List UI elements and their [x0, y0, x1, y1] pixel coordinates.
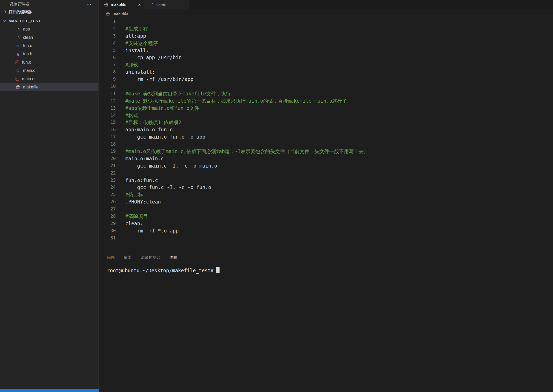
code-line[interactable]: 19#main.o又依赖于main.c,依赖下面必须tab建，-I表示要包含的头… — [99, 148, 553, 155]
line-number: 7 — [99, 61, 116, 69]
code-line[interactable]: 10 — [99, 83, 553, 90]
code-text — [116, 83, 125, 90]
bottom-panel: 问题输出调试控制台终端 root@ubuntu:~/Desktop/makefi… — [99, 250, 553, 389]
line-number: 28 — [99, 213, 116, 220]
code-text: #卸载 — [116, 61, 138, 69]
code-line[interactable]: 17 gcc main.o fun.o -o app — [99, 133, 553, 141]
file-tree: appcleanCfun.chfun.h01fun.oCmain.c01main… — [0, 25, 98, 91]
tab-label: clean — [156, 2, 166, 7]
file-row-app[interactable]: app — [0, 25, 98, 33]
code-line[interactable]: 2#生成所有 — [99, 25, 553, 33]
line-number: 16 — [99, 126, 116, 133]
file-row-makefile[interactable]: makefile — [0, 83, 98, 91]
tab-clean[interactable]: clean — [144, 0, 190, 9]
code-line[interactable]: 14#格式 — [99, 112, 553, 119]
code-text: rm -rf /usr/bin/app — [116, 76, 193, 83]
line-number: 24 — [99, 184, 116, 191]
line-number: 5 — [99, 47, 116, 54]
code-text: uninstall: — [116, 69, 155, 76]
explorer-header: 资源管理器 ⋯ — [0, 0, 98, 7]
line-number: 17 — [99, 133, 116, 141]
code-line[interactable]: 27 — [99, 206, 553, 213]
code-line[interactable]: 23fun.o:fun.c — [99, 177, 553, 184]
file-row-main.o[interactable]: 01main.o — [0, 75, 98, 83]
code-line[interactable]: 18 — [99, 141, 553, 148]
file-row-fun.c[interactable]: Cfun.c — [0, 42, 98, 50]
open-editors-section[interactable]: 打开的编辑器 — [0, 7, 98, 16]
line-number: 1 — [99, 18, 116, 25]
line-number: 27 — [99, 206, 116, 213]
code-text — [116, 170, 125, 177]
editor-column: makefile×clean makefile 12#生成所有3all:app4… — [99, 0, 553, 389]
open-editors-label: 打开的编辑器 — [9, 10, 32, 14]
panel-tab-输出[interactable]: 输出 — [124, 255, 132, 262]
code-line[interactable]: 25#伪目标 — [99, 191, 553, 198]
code-text: gcc main.o fun.o -o app — [116, 133, 205, 141]
code-line[interactable]: 24 gcc fun.c -I. -c -o fun.o — [99, 184, 553, 191]
code-line[interactable]: 22 — [99, 170, 553, 177]
status-bar-segment[interactable] — [0, 389, 99, 392]
code-line[interactable]: 21 gcc main.c -I. -c -o main.o — [99, 162, 553, 170]
code-line[interactable]: 15#目标：依赖项1 依赖项2 — [99, 119, 553, 126]
code-line[interactable]: 30 rm -rf *.o app — [99, 227, 553, 235]
code-area: 12#生成所有3all:app4#安装这个程序5install:6 cp app… — [99, 18, 553, 250]
line-number: 13 — [99, 105, 116, 112]
line-number: 9 — [99, 76, 116, 83]
line-number: 25 — [99, 191, 116, 198]
panel-tab-调试控制台[interactable]: 调试控制台 — [141, 255, 161, 262]
code-line[interactable]: 3all:app — [99, 33, 553, 40]
line-number: 26 — [99, 198, 116, 206]
code-text — [116, 235, 125, 242]
code-line[interactable]: 11#make 会找到当前目录下makefile文件，执行 — [99, 90, 553, 97]
code-text: clean: — [116, 220, 143, 227]
chevron-down-icon — [3, 19, 6, 21]
breadcrumb[interactable]: makefile — [99, 9, 553, 18]
workspace-section[interactable]: MAKEFILE_TEST — [0, 16, 98, 25]
panel-tab-终端[interactable]: 终端 — [170, 255, 178, 262]
more-actions-icon[interactable]: ⋯ — [86, 3, 92, 5]
code-line[interactable]: 12#make 默认执行makefile的第一条目标，如果只执行main.o的话… — [99, 97, 553, 105]
code-text: #make 默认执行makefile的第一条目标，如果只执行main.o的话，直… — [116, 97, 347, 105]
terminal-cursor — [216, 267, 220, 273]
code-line[interactable]: 26.PHONY:clean — [99, 198, 553, 206]
file-row-main.c[interactable]: Cmain.c — [0, 66, 98, 75]
code-line[interactable]: 5install: — [99, 47, 553, 54]
code-text: gcc fun.c -I. -c -o fun.o — [116, 184, 211, 191]
tab-makefile[interactable]: makefile× — [99, 0, 144, 9]
code-line[interactable]: 13#app依赖于main.o和fun.o文件 — [99, 105, 553, 112]
c-icon: C — [16, 44, 20, 48]
code-line[interactable]: 6 cp app /usr/bin — [99, 54, 553, 61]
code-text: gcc main.c -I. -c -o main.o — [116, 162, 217, 170]
code-text: #目标：依赖项1 依赖项2 — [116, 119, 181, 126]
binary-icon: 01 — [16, 61, 19, 64]
code-text — [116, 141, 125, 148]
line-number: 18 — [99, 141, 116, 148]
terminal[interactable]: root@ubuntu:~/Desktop/makefile_test# — [99, 262, 553, 273]
code-line[interactable]: 1 — [99, 18, 553, 25]
panel-tab-问题[interactable]: 问题 — [107, 255, 115, 262]
line-number: 8 — [99, 69, 116, 76]
file-row-fun.h[interactable]: hfun.h — [0, 50, 98, 58]
tab-label: makefile — [111, 2, 126, 7]
code-line[interactable]: 9 rm -rf /usr/bin/app — [99, 76, 553, 83]
close-icon[interactable]: × — [135, 2, 141, 7]
code-line[interactable]: 8uninstall: — [99, 69, 553, 76]
code-text: #main.o又依赖于main.c,依赖下面必须tab建，-I表示要包含的头文件… — [116, 148, 368, 155]
code-line[interactable]: 7#卸载 — [99, 61, 553, 69]
code-line[interactable]: 16app:main.o fun.o — [99, 126, 553, 133]
code-line[interactable]: 28#清除项目 — [99, 213, 553, 220]
breadcrumb-label: makefile — [113, 11, 128, 16]
terminal-prompt: root@ubuntu:~/Desktop/makefile_test# — [107, 268, 214, 273]
file-icon — [16, 35, 20, 40]
code-text: install: — [116, 47, 149, 54]
code-line[interactable]: 29clean: — [99, 220, 553, 227]
code-line[interactable]: 20main.o:main.c — [99, 155, 553, 162]
file-row-fun.o[interactable]: 01fun.o — [0, 58, 98, 66]
line-number: 10 — [99, 83, 116, 90]
code-line[interactable]: 4#安装这个程序 — [99, 40, 553, 47]
code-line[interactable]: 31 — [99, 235, 553, 242]
code-text: app:main.o fun.o — [116, 126, 173, 133]
code-text: #app依赖于main.o和fun.o文件 — [116, 105, 199, 112]
panel-tabs: 问题输出调试控制台终端 — [99, 250, 553, 262]
file-row-clean[interactable]: clean — [0, 33, 98, 42]
